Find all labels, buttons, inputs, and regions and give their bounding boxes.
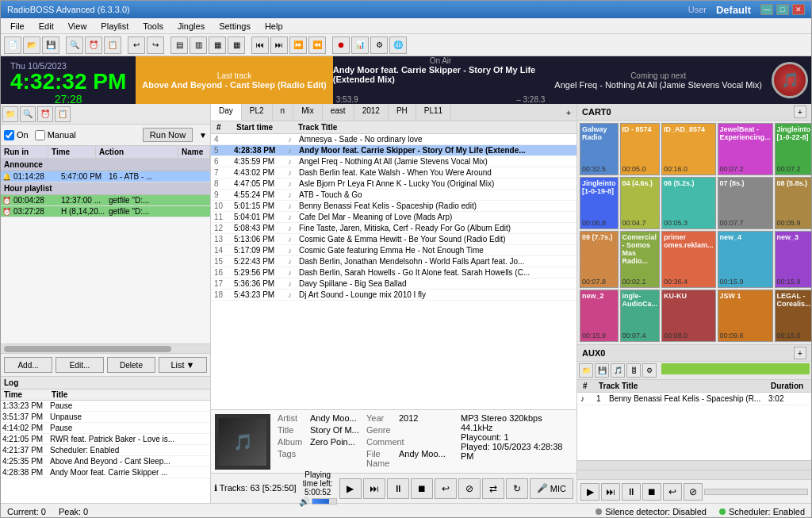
toolbar-globe[interactable]: 🌐 [389,36,407,54]
pl-row-12[interactable]: 16 5:29:56 PM ♪ Dash Berlin, Sarah Howel… [211,267,576,278]
toolbar-redo[interactable]: ↪ [147,36,164,54]
cart-cell-5[interactable]: Jingleinto [1-0-22-8] 00:07.2 [775,123,811,175]
cart-cell-15[interactable]: new_3 00:15.9 [775,231,811,288]
list-button[interactable]: List ▼ [159,357,207,373]
cart-cell-13[interactable]: primer omes.reklam... 00:36.4 [661,231,716,288]
aux-tb-save[interactable]: 💾 [595,363,609,378]
menu-file[interactable]: File [4,20,31,33]
window-controls[interactable]: — □ ✕ [760,4,805,15]
left-tb-btn3[interactable]: ⏰ [37,106,53,122]
cart-cell-7[interactable]: 04 (4.6s.) 00:04.7 [620,177,661,229]
menu-jingles[interactable]: Jingles [171,20,211,33]
tab-add-button[interactable]: + [561,104,576,121]
toolbar-btn3[interactable]: ▦ [209,36,226,54]
aux-prev-button[interactable]: ↩ [663,483,682,501]
close-button[interactable]: ✕ [792,4,805,15]
fast-forward-button[interactable]: ⏭ [363,478,385,499]
aux-hscrollbar[interactable] [577,470,811,479]
cart-cell-17[interactable]: ingle-AudioCa... 00:07.4 [620,290,661,342]
aux-tb-fx[interactable]: 🎛 [626,363,641,378]
aux-tb-music[interactable]: 🎵 [611,363,625,378]
left-tb-btn2[interactable]: 🔍 [20,106,36,122]
toolbar-btn6[interactable]: ⏭ [270,36,288,54]
aux-tb-settings[interactable]: ⚙ [642,363,657,378]
cart-cell-1[interactable]: Galway Radio 00:32.5 [580,123,619,175]
pl-row-10[interactable]: 14 5:17:09 PM ♪ Cosmic Gate featuring Em… [211,245,576,256]
cancel-button[interactable]: ⊘ [458,478,481,499]
add-button[interactable]: Add... [4,357,52,373]
menu-playlist[interactable]: Playlist [94,20,135,33]
delete-button[interactable]: Delete [107,357,155,373]
menu-help[interactable]: Help [259,20,289,33]
run-now-button[interactable]: Run Now [143,128,193,142]
aux-cancel-button[interactable]: ⊘ [684,483,703,501]
toolbar-btn8[interactable]: ⏪ [308,36,326,54]
menu-settings[interactable]: Settings [213,20,257,33]
menu-tools[interactable]: Tools [136,20,170,33]
cart-cell-3[interactable]: ID_AD_8574 00:16.0 [661,123,716,175]
tab-pl2[interactable]: PL2 [242,104,273,121]
aux-ff-button[interactable]: ⏭ [601,483,620,501]
maximize-button[interactable]: □ [776,4,789,15]
stop-button[interactable]: ⏹ [411,478,433,499]
manual-checkbox[interactable] [35,130,45,140]
toolbar-save[interactable]: 💾 [42,36,59,54]
toolbar-undo[interactable]: ↩ [128,36,145,54]
pl-row-1[interactable]: 5 4:28:38 PM ♪ Andy Moor feat. Carrie Sk… [211,145,576,156]
cart-add-button[interactable]: + [794,106,806,118]
cart-cell-18[interactable]: KU-KU 00:08.0 [661,290,716,342]
pl-row-8[interactable]: 12 5:08:43 PM ♪ Fine Taste, Jaren, Mitis… [211,223,576,234]
cart-cell-2[interactable]: ID - 8574 00:05.0 [620,123,661,175]
tab-n[interactable]: n [273,104,294,121]
toolbar-settings[interactable]: ⚙ [370,36,388,54]
aux-play-button[interactable]: ▶ [580,483,599,501]
tab-pl11[interactable]: PL11 [416,104,451,121]
tab-day[interactable]: Day [211,104,242,121]
on-checkbox[interactable] [4,130,14,140]
pl-row-4[interactable]: 8 4:47:05 PM ♪ Asle Bjorn Pr Leya Ft Ann… [211,178,576,190]
aux-progress-bar[interactable] [704,489,808,495]
aux-row-0[interactable]: ♪ 1 Benny Benassi Feat Kelis - Spaceship… [577,393,811,405]
shuffle-button[interactable]: ⇄ [482,478,504,499]
pl-row-3[interactable]: 7 4:43:02 PM ♪ Dash Berlin feat. Kate Wa… [211,167,576,178]
pl-row-2[interactable]: 6 4:35:59 PM ♪ Angel Freq - Nothing At A… [211,156,576,167]
toolbar-btn1[interactable]: ▤ [170,36,188,54]
pl-row-6[interactable]: 10 5:01:15 PM ♪ Benny Benassi Feat Kelis… [211,201,576,212]
progress-bar[interactable] [312,498,337,505]
cart-cell-9[interactable]: 07 (8s.) 00:07.7 [718,177,773,229]
cart-cell-10[interactable]: 08 (5.8s.) 00:05.9 [775,177,811,229]
aux-add-button[interactable]: + [794,347,806,359]
toolbar-btn4[interactable]: ▦ [228,36,245,54]
pl-row-14[interactable]: 18 5:43:23 PM ♪ Dj Art Sound - Lounge mi… [211,290,576,301]
tab-ph[interactable]: PH [389,104,416,121]
toolbar-open[interactable]: 📂 [23,36,40,54]
pl-row-7[interactable]: 11 5:04:01 PM ♪ Cafe Del Mar - Meaning o… [211,212,576,223]
left-tb-btn4[interactable]: 📋 [55,106,71,122]
toolbar-record[interactable]: ⏺ [332,36,350,54]
toolbar-new[interactable]: 📄 [4,36,21,54]
menu-edit[interactable]: Edit [33,20,60,33]
play-button[interactable]: ▶ [339,478,362,499]
aux-stop-button[interactable]: ⏹ [642,483,661,501]
manual-checkbox-label[interactable]: Manual [35,130,76,140]
tab-2012[interactable]: 2012 [354,104,389,121]
on-checkbox-label[interactable]: On [4,130,29,140]
cart-cell-6[interactable]: Jingleinto [1-0-19-8] 00:06.8 [580,177,619,229]
pl-row-5[interactable]: 9 4:55:24 PM ♪ ATB - Touch & Go [211,190,576,201]
minimize-button[interactable]: — [760,4,773,15]
toolbar-btn5[interactable]: ⏮ [251,36,269,54]
cart-cell-19[interactable]: JSW 1 00:09.6 [718,290,773,342]
rewind-button[interactable]: ↩ [435,478,457,499]
pl-row-0[interactable]: 4 ♪ Amnesya - Sade - No ordinary love [211,134,576,145]
pl-row-9[interactable]: 13 5:13:06 PM ♪ Cosmic Gate & Emma Hewit… [211,234,576,245]
toolbar-btn2[interactable]: ▥ [190,36,207,54]
pause-button[interactable]: ⏸ [387,478,409,499]
cart-cell-16[interactable]: new_2 00:15.9 [580,290,619,342]
aux-pause-button[interactable]: ⏸ [622,483,641,501]
tab-east[interactable]: east [323,104,354,121]
schedule-row-1[interactable]: ⏰ 03:27:28 H (8,14,20... getfile "D:... [1,206,210,217]
toolbar-btn7[interactable]: ⏩ [289,36,307,54]
cart-cell-12[interactable]: Comercial - Somos Mas Radio... 00:02.1 [620,231,661,288]
repeat-button[interactable]: ↻ [506,478,528,499]
aux-scrollbar[interactable] [577,460,811,470]
